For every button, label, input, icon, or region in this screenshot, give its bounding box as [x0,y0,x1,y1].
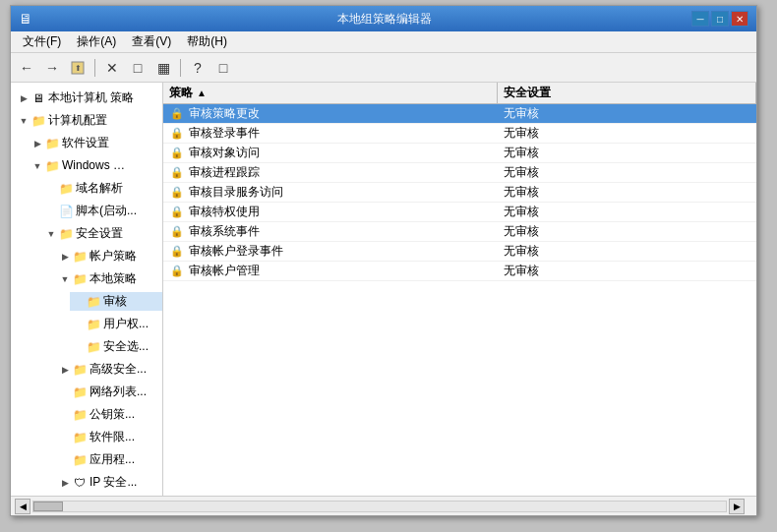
sidebar-item-network-list[interactable]: 📁 网络列表... [11,381,162,403]
minimize-button[interactable]: ─ [691,11,709,27]
column-headers: 策略 ▲ 安全设置 [163,83,756,104]
security-cell: 无审核 [498,184,756,201]
sidebar-item-root[interactable]: ▶ 🖥 本地计算机 策略 [11,87,162,109]
sidebar-item-security-settings[interactable]: ▼ 📁 安全设置 [11,222,162,245]
strategy-cell: 🔒 审核目录服务访问 [163,184,498,201]
sidebar-item-computer-config[interactable]: ▼ 📁 计算机配置 [11,109,162,132]
expand-security-options[interactable] [72,340,86,354]
sidebar-item-local-policy[interactable]: ▼ 📁 本地策略 [11,267,162,290]
expand-audit[interactable] [72,295,86,309]
expand-local-policy[interactable]: ▼ [58,272,72,286]
expand-software[interactable]: ▶ [30,137,44,150]
table-row[interactable]: 🔒 审核系统事件 无审核 [163,222,756,242]
sidebar-item-scripts[interactable]: 📄 脚本(启动... [11,200,162,222]
toolbar-separator-1 [94,59,95,77]
security-text: 无审核 [504,204,539,220]
content-list: 🔒 审核策略更改 无审核 🔒 审核登录事件 无审核 [163,104,756,496]
table-row[interactable]: 🔒 审核进程跟踪 无审核 [163,163,756,183]
scroll-thumb[interactable] [33,502,63,511]
sidebar-item-dns[interactable]: 📁 域名解析 [11,177,162,200]
expand-computer-config[interactable]: ▼ [17,114,30,128]
close-button[interactable]: ✕ [731,11,748,27]
expand-app-control[interactable] [58,453,72,467]
policy-icon: 🔒 [169,126,185,142]
security-text: 无审核 [504,223,539,240]
toolbar: ← → ⬆ ✕ □ ▦ ? □ [11,53,756,83]
sidebar-item-app-control[interactable]: 📁 应用程... [11,448,162,471]
expand-network-list[interactable] [58,385,72,399]
menu-view[interactable]: 查看(V) [124,31,179,52]
forward-button[interactable]: → [40,57,64,79]
sidebar-item-user-rights[interactable]: 📁 用户权... [11,313,162,335]
menu-action[interactable]: 操作(A) [69,31,124,52]
view-button[interactable]: ▦ [151,57,175,79]
expand-security-settings[interactable]: ▼ [44,227,58,241]
expand-ip-security[interactable]: ▶ [58,476,72,490]
folder-icon-advanced-security: 📁 [72,362,88,378]
sidebar-item-account-policy[interactable]: ▶ 📁 帐户策略 [11,245,162,267]
table-row[interactable]: 🔒 审核帐户管理 无审核 [163,262,756,281]
folder-icon-user-rights: 📁 [86,317,101,332]
expand-account-policy[interactable]: ▶ [58,250,72,264]
table-row[interactable]: 🔒 审核帐户登录事件 无审核 [163,242,756,262]
help-button[interactable]: ? [186,57,209,79]
maximize-button[interactable]: □ [711,11,729,27]
table-row[interactable]: 🔒 审核策略更改 无审核 [163,104,756,124]
scroll-right-button[interactable]: ▶ [729,499,745,514]
table-row[interactable]: 🔒 审核登录事件 无审核 [163,124,756,144]
up-button[interactable]: ⬆ [66,57,90,79]
col-security-header[interactable]: 安全设置 [498,83,756,103]
expand-windows[interactable]: ▼ [30,159,44,173]
tree: ▶ 🖥 本地计算机 策略 ▼ 📁 计算机配置 ▶ [11,83,162,496]
table-row[interactable]: 🔒 审核目录服务访问 无审核 [163,183,756,203]
security-cell: 无审核 [498,263,756,279]
sidebar-item-public-key[interactable]: 📁 公钥策... [11,403,162,426]
extra-button[interactable]: □ [211,57,235,79]
folder-icon-local-policy: 📁 [72,271,88,287]
security-cell: 无审核 [498,105,756,122]
col-strategy-header[interactable]: 策略 ▲ [163,83,498,103]
root-label: 本地计算机 策略 [46,89,134,106]
expand-root[interactable]: ▶ [17,91,30,105]
table-row[interactable]: 🔒 审核特权使用 无审核 [163,203,756,222]
col-strategy-label: 策略 [169,85,193,101]
strategy-text: 审核特权使用 [189,204,260,220]
scroll-left-button[interactable]: ◀ [15,499,30,514]
strategy-text: 审核目录服务访问 [189,184,283,201]
folder-icon-app-control: 📁 [72,452,88,468]
folder-icon-software: 📁 [44,136,60,151]
properties-button[interactable]: □ [126,57,149,79]
sidebar-item-ip-security[interactable]: ▶ 🛡 IP 安全... [11,471,162,494]
main-area: ▶ 🖥 本地计算机 策略 ▼ 📁 计算机配置 ▶ [11,83,756,496]
expand-scripts[interactable] [44,205,58,218]
back-button[interactable]: ← [15,57,38,79]
expand-software-restriction[interactable] [58,431,72,444]
folder-icon-security-options: 📁 [86,339,101,355]
menu-help[interactable]: 帮助(H) [179,31,235,52]
menu-file[interactable]: 文件(F) [15,31,69,52]
strategy-cell: 🔒 审核帐户登录事件 [163,243,498,260]
table-row[interactable]: 🔒 审核对象访问 无审核 [163,144,756,163]
strategy-cell: 🔒 审核对象访问 [163,145,498,161]
delete-button[interactable]: ✕ [100,57,124,79]
sidebar-item-software-restriction[interactable]: 📁 软件限... [11,426,162,448]
strategy-text: 审核对象访问 [189,145,260,161]
software-restriction-label: 软件限... [88,429,135,445]
security-text: 无审核 [504,105,539,122]
sidebar-item-windows-settings[interactable]: ▼ 📁 Windows 设置 [11,154,162,177]
sidebar-item-advanced-security[interactable]: ▶ 📁 高级安全... [11,358,162,381]
content-area: 策略 ▲ 安全设置 🔒 审核策略更改 无审核 [163,83,756,496]
policy-icon: 🔒 [169,264,185,279]
strategy-text: 审核系统事件 [189,223,260,240]
expand-user-rights[interactable] [72,318,86,331]
expand-dns[interactable] [44,182,58,196]
local-policy-label: 本地策略 [88,270,137,287]
script-icon: 📄 [58,204,74,219]
sidebar-item-audit[interactable]: 📁 审核 [11,290,162,313]
security-text: 无审核 [504,184,539,201]
expand-advanced-security[interactable]: ▶ [58,363,72,377]
expand-public-key[interactable] [58,408,72,422]
sidebar-item-security-options[interactable]: 📁 安全选... [11,335,162,358]
sidebar-item-software[interactable]: ▶ 📁 软件设置 [11,132,162,154]
security-text: 无审核 [504,145,539,161]
